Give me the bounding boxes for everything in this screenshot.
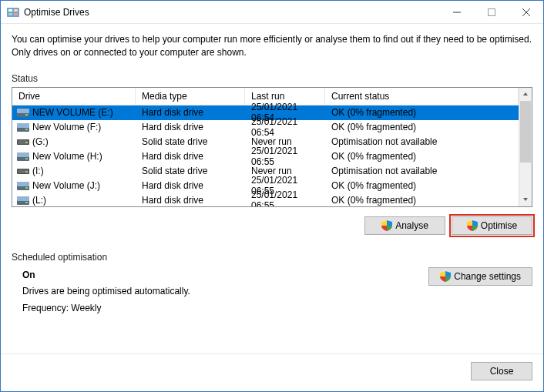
column-header-status[interactable]: Current status [325, 88, 519, 105]
minimize-button[interactable] [439, 1, 474, 23]
drive-icon [17, 138, 29, 146]
scheduled-label: Scheduled optimisation [12, 252, 532, 263]
drive-icon [17, 152, 29, 161]
drive-media: Hard disk drive [136, 192, 245, 206]
status-label: Status [12, 73, 532, 84]
scrollbar[interactable] [519, 88, 532, 206]
shield-icon [440, 271, 451, 282]
drive-last-run: 25/01/2021 06:55 [245, 186, 325, 206]
scroll-up-icon[interactable] [519, 88, 532, 101]
drive-icon [17, 167, 29, 176]
scroll-down-icon[interactable] [519, 193, 532, 206]
drive-icon [17, 196, 29, 205]
shield-icon [467, 220, 478, 231]
scheduled-section: Scheduled optimisation On Drives are bei… [12, 252, 532, 317]
drive-icon [17, 182, 29, 190]
scheduled-freq: Frequency: Weekly [22, 300, 428, 317]
column-header-drive[interactable]: Drive [12, 88, 136, 105]
drive-name: New Volume (F:) [32, 122, 101, 132]
drive-name: (G:) [32, 136, 49, 147]
shield-icon [381, 220, 392, 231]
change-settings-label: Change settings [454, 271, 521, 282]
table-row[interactable]: New Volume (H:)Hard disk drive25/01/2021… [12, 149, 519, 164]
drive-name: NEW VOLUME (E:) [32, 107, 113, 118]
drive-name: New Volume (H:) [32, 151, 102, 162]
drives-grid: Drive Media type Last run Current status… [12, 87, 532, 207]
maximize-button[interactable] [474, 1, 509, 23]
optimise-label: Optimise [481, 220, 517, 231]
table-row[interactable]: (L:)Hard disk drive25/01/2021 06:55OK (0… [12, 193, 519, 206]
analyse-label: Analyse [395, 220, 428, 231]
intro-text: You can optimise your drives to help you… [12, 33, 532, 59]
window: Optimise Drives You can optimise your dr… [0, 0, 544, 392]
svg-rect-11 [488, 8, 495, 15]
change-settings-button[interactable]: Change settings [428, 267, 532, 286]
drive-name: New Volume (J:) [32, 180, 100, 191]
scheduled-desc: Drives are being optimised automatically… [22, 283, 428, 300]
optimise-button[interactable]: Optimise [452, 216, 532, 235]
titlebar: Optimise Drives [1, 1, 543, 24]
window-controls [439, 1, 543, 23]
drive-status: OK (0% fragmented) [325, 192, 519, 206]
drive-icon [17, 123, 29, 132]
close-button[interactable] [509, 1, 543, 23]
drive-name: (L:) [32, 195, 46, 206]
footer: Close [1, 353, 543, 380]
analyse-button[interactable]: Analyse [364, 216, 445, 235]
action-buttons: Analyse Optimise [12, 216, 532, 235]
close-dialog-button[interactable]: Close [471, 362, 532, 380]
column-header-media[interactable]: Media type [136, 88, 245, 105]
table-row[interactable]: New Volume (F:)Hard disk drive25/01/2021… [12, 120, 519, 135]
drive-name: (I:) [32, 166, 44, 176]
window-title: Optimise Drives [24, 7, 439, 18]
drive-icon [17, 109, 29, 117]
scheduled-on: On [22, 267, 428, 284]
content-area: You can optimise your drives to help you… [1, 24, 543, 391]
app-icon [7, 6, 19, 18]
close-label: Close [490, 366, 514, 377]
scroll-thumb[interactable] [520, 101, 531, 162]
